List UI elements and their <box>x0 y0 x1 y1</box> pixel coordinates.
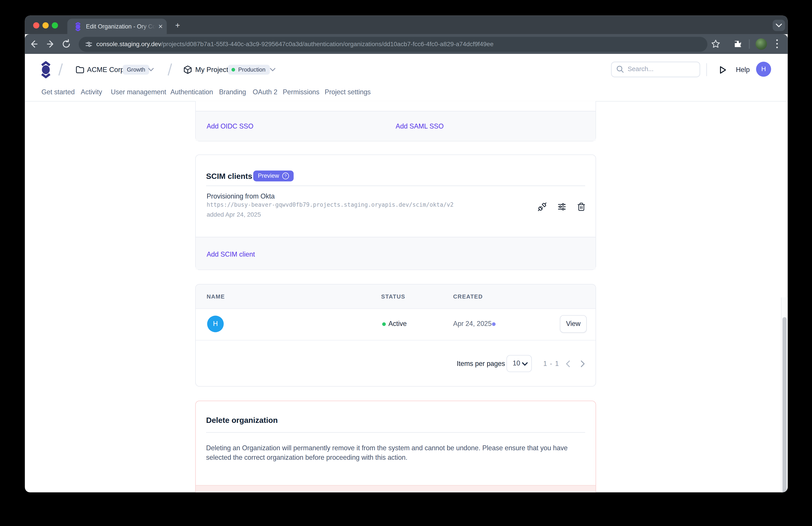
nav-oauth2[interactable]: OAuth 2 <box>253 85 277 101</box>
browser-tab[interactable]: Edit Organization - Ory Conso ✕ <box>67 18 167 34</box>
tab-close-icon[interactable]: ✕ <box>157 22 165 31</box>
sso-card: Add OIDC SSO Add SAML SSO <box>195 101 596 142</box>
view-button[interactable]: View <box>560 315 587 333</box>
previous-page-icon[interactable] <box>566 360 570 368</box>
column-status: STATUS <box>381 284 405 308</box>
help-link[interactable]: Help <box>736 54 750 85</box>
delete-card-footer: This action cannot be undone. Delete org… <box>196 485 596 493</box>
project-chevron-down-icon[interactable] <box>270 68 276 71</box>
table-header: NAME STATUS CREATED <box>196 284 596 309</box>
scim-card-footer: Add SCIM client <box>196 237 596 270</box>
url-text: console.staging.ory.dev/projects/d087b7a… <box>97 37 701 52</box>
select-chevron-down-icon <box>522 362 528 366</box>
scim-card: SCIM clients Preview? Provisioning from … <box>195 154 596 270</box>
url-host: console.staging.ory.dev <box>97 40 161 48</box>
browser-window: Edit Organization - Ory Conso ✕ + <box>25 15 788 492</box>
breadcrumb-workspace[interactable]: ACME Corp <box>87 54 124 85</box>
window-minimize-button[interactable] <box>42 22 48 28</box>
organization-avatar: H <box>207 315 224 332</box>
pagination: Items per pages 10 1 - 1 <box>196 340 596 387</box>
add-saml-sso-link[interactable]: Add SAML SSO <box>396 122 444 130</box>
user-avatar[interactable]: H <box>756 61 771 76</box>
window-close-button[interactable] <box>33 22 39 28</box>
next-page-icon[interactable] <box>581 360 585 368</box>
tab-favicon-ory-icon <box>75 22 82 31</box>
page-scrollbar[interactable] <box>781 297 788 492</box>
nav-authentication[interactable]: Authentication <box>170 85 213 101</box>
nav-get-started[interactable]: Get started <box>42 85 75 101</box>
delete-divider <box>206 432 585 432</box>
test-connection-button[interactable] <box>535 200 549 214</box>
nav-branding[interactable]: Branding <box>219 85 246 101</box>
scim-client-url: https://busy-beaver-gqwvd0fb79.projects.… <box>206 202 453 209</box>
page-size-select[interactable]: 10 <box>506 355 532 372</box>
ory-logo-icon[interactable] <box>41 61 51 78</box>
breadcrumb-separator <box>58 63 63 75</box>
site-settings-icon[interactable] <box>85 40 93 48</box>
environment-badge: Production <box>228 65 270 75</box>
breadcrumb-project[interactable]: My Project <box>195 54 228 85</box>
scim-card-title: SCIM clients <box>206 172 252 181</box>
forward-button[interactable] <box>45 39 56 50</box>
table-row[interactable]: H Active Apr 24, 2025 View <box>196 308 596 340</box>
nav-permissions[interactable]: Permissions <box>282 85 319 101</box>
status-dot <box>382 323 386 326</box>
console-page: ACME Corp Growth My Project Production <box>25 54 788 493</box>
workspace-chevron-down-icon[interactable] <box>148 68 154 71</box>
nav-user-management[interactable]: User management <box>111 85 166 101</box>
new-tab-button[interactable]: + <box>172 20 183 31</box>
column-name: NAME <box>206 284 225 308</box>
scim-client-added: added Apr 24, 2025 <box>206 211 261 218</box>
preview-help-icon[interactable]: ? <box>282 173 289 180</box>
header-divider <box>706 63 707 76</box>
delete-trash-icon[interactable] <box>574 200 588 214</box>
project-nav: Get started Activity User management Aut… <box>25 85 788 102</box>
reload-button[interactable] <box>61 39 72 50</box>
search-icon <box>616 65 624 73</box>
browser-profile-avatar[interactable] <box>755 39 767 50</box>
tab-title-fade <box>140 19 155 34</box>
nav-activity[interactable]: Activity <box>81 85 102 101</box>
sso-card-footer: Add OIDC SSO Add SAML SSO <box>196 111 596 141</box>
breadcrumb-separator <box>168 63 172 75</box>
search-input[interactable]: Search... <box>611 61 700 77</box>
scim-client-name: Provisioning from Okta <box>206 192 275 200</box>
project-package-icon <box>183 65 192 74</box>
toolbar-divider <box>749 39 750 48</box>
items-per-page-label: Items per pages <box>457 340 505 387</box>
nav-project-settings[interactable]: Project settings <box>325 85 371 101</box>
created-dot <box>492 323 496 326</box>
workspace-folder-icon <box>76 66 85 73</box>
workspace-plan-badge: Growth <box>123 65 149 75</box>
scim-divider <box>206 185 585 186</box>
browser-toolbar: console.staging.ory.dev/projects/d087b7a… <box>25 34 788 54</box>
app-header: ACME Corp Growth My Project Production <box>25 54 788 85</box>
page-range: 1 - 1 <box>543 340 559 387</box>
delete-card-title: Delete organization <box>206 416 278 424</box>
screen: Edit Organization - Ory Conso ✕ + <box>0 0 812 526</box>
add-oidc-sso-link[interactable]: Add OIDC SSO <box>206 122 253 130</box>
preview-badge: Preview? <box>253 170 294 181</box>
delete-organization-card: Delete organization Deleting an Organiza… <box>195 401 596 492</box>
environment-status-dot <box>231 68 235 71</box>
window-zoom-button[interactable] <box>52 22 58 28</box>
url-bar[interactable]: console.staging.ory.dev/projects/d087b7a… <box>79 37 707 52</box>
browser-menu-icon[interactable] <box>773 39 781 50</box>
tab-strip: Edit Organization - Ory Conso ✕ + <box>25 15 788 34</box>
url-path: /projects/d087b7a1-55f3-440c-a3c9-929564… <box>161 40 493 48</box>
configure-sliders-icon[interactable] <box>555 200 569 214</box>
back-button[interactable] <box>28 39 40 50</box>
run-play-icon[interactable] <box>718 65 727 75</box>
add-scim-client-link[interactable]: Add SCIM client <box>206 251 255 258</box>
delete-description: Deleting an Organization will permanentl… <box>206 444 576 462</box>
column-created: CREATED <box>453 284 483 308</box>
search-placeholder: Search... <box>627 62 653 77</box>
tab-search-button[interactable] <box>773 20 785 31</box>
organizations-table-card: NAME STATUS CREATED H Active Apr 24, 202… <box>195 284 596 387</box>
status-text: Active <box>388 320 407 327</box>
created-date: Apr 24, 2025 <box>453 320 492 327</box>
scrollbar-thumb[interactable] <box>782 317 786 492</box>
extensions-puzzle-icon[interactable] <box>733 39 743 49</box>
bookmark-star-icon[interactable] <box>710 39 721 49</box>
page-size-value: 10 <box>512 359 520 367</box>
